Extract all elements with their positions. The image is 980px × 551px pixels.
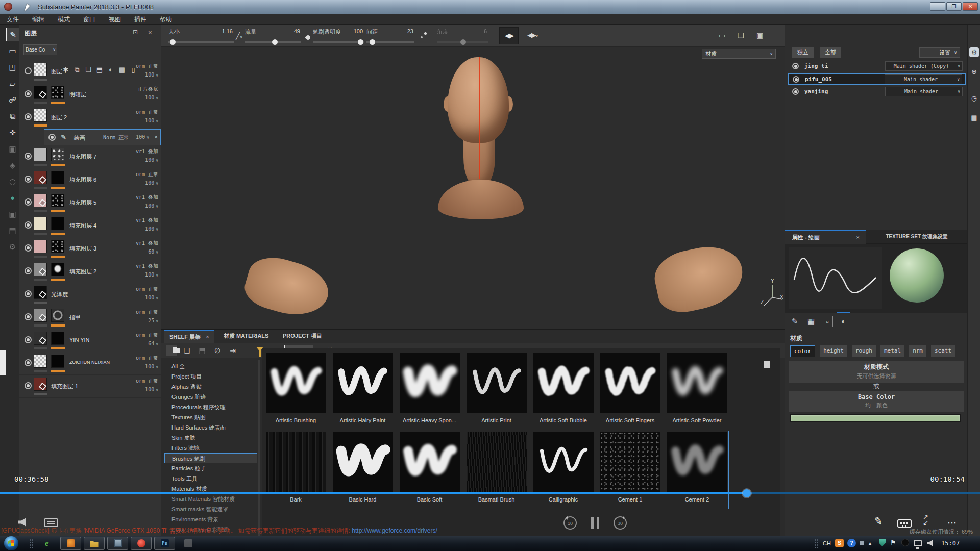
texture-set-row[interactable]: jing_ti Main shader (Copy)∨ xyxy=(788,61,966,72)
layer-row[interactable]: 填充图层 3 vr1 叠加 60∨ xyxy=(19,237,161,260)
taskbar-app-button[interactable]: Ps xyxy=(154,537,175,550)
layer-visibility-radio[interactable] xyxy=(24,67,32,74)
brush-thumbnail[interactable] xyxy=(600,353,660,413)
layer-visibility-radio[interactable] xyxy=(24,313,32,320)
shelf-category-item[interactable]: Brushes 笔刷 xyxy=(164,453,257,463)
tool-icon[interactable]: ◳ xyxy=(6,61,19,74)
layer-row[interactable]: 填充图层 2 vr1 叠加 100∨ xyxy=(19,260,161,283)
brush-thumbnail[interactable] xyxy=(333,432,393,492)
dock-icon[interactable]: ⊡ xyxy=(133,29,138,36)
layer-row[interactable]: YIN YIN orm 正常 64∨ xyxy=(19,329,161,352)
layer-thumbnail[interactable] xyxy=(34,355,47,368)
layer-blend-mode[interactable]: orm 正常 xyxy=(136,63,158,70)
3d-viewport[interactable]: 大小 1.16 流量 49 笔刷透明度 100 间距 23 角度 6 ╱∨ xyxy=(161,25,785,329)
layer-visibility-radio[interactable] xyxy=(24,221,32,229)
close-button[interactable]: ✕ xyxy=(963,2,978,11)
layer-blend-mode[interactable]: vr1 叠加 xyxy=(136,194,158,201)
param-value[interactable]: 100 xyxy=(354,28,363,34)
settings-dropdown[interactable]: 设置∨ xyxy=(919,47,960,58)
layer-blend-mode[interactable]: vr1 叠加 xyxy=(136,263,158,270)
layer-mask-thumbnail[interactable] xyxy=(51,355,64,368)
texture-set-radio[interactable] xyxy=(792,63,799,69)
layer-blend-mode[interactable]: orm 正常 xyxy=(136,109,158,116)
tool-icon[interactable]: ☍ xyxy=(6,93,19,107)
channel-button[interactable]: height xyxy=(820,345,847,357)
brush-param-slider[interactable]: 流量 49 xyxy=(245,27,301,46)
shader-dropdown[interactable]: Main shader (Copy)∨ xyxy=(885,61,963,71)
slider-knob[interactable] xyxy=(370,39,375,45)
brush-param-slider[interactable]: 间距 23 xyxy=(366,27,414,46)
layer-visibility-radio[interactable] xyxy=(48,134,56,141)
layer-mask-thumbnail[interactable] xyxy=(51,86,64,99)
layer-visibility-radio[interactable] xyxy=(24,267,32,274)
layer-mask-thumbnail[interactable] xyxy=(51,194,64,207)
tool-icon[interactable]: ▱ xyxy=(6,77,19,90)
base-color-block[interactable]: Base Color 均一颜色 xyxy=(789,391,964,412)
layer-mask-thumbnail[interactable] xyxy=(51,240,64,253)
base-color-swatch[interactable] xyxy=(790,414,961,422)
layer-visibility-radio[interactable] xyxy=(24,198,32,206)
layer-visibility-radio[interactable] xyxy=(24,153,32,160)
tool-icon[interactable]: ✜ xyxy=(6,126,19,139)
slider-track[interactable] xyxy=(313,41,364,43)
brush-thumbnail[interactable] xyxy=(467,353,527,413)
shader-dropdown[interactable]: Main shader∨ xyxy=(885,74,962,84)
layer-opacity[interactable]: 100∨ xyxy=(145,226,158,232)
layer-thumbnail[interactable] xyxy=(34,309,47,322)
layer-opacity[interactable]: 60∨ xyxy=(148,249,158,255)
param-value[interactable]: 49 xyxy=(294,28,300,34)
layer-thumbnail[interactable] xyxy=(34,109,47,122)
tool-icon[interactable]: ● xyxy=(6,191,19,205)
layer-mask-thumbnail[interactable] xyxy=(51,217,64,230)
sogou-input-icon[interactable]: S xyxy=(835,539,844,547)
texture-set-row[interactable]: yanjing Main shader∨ xyxy=(788,86,966,97)
layer-visibility-radio[interactable] xyxy=(24,290,32,297)
menu-item[interactable]: 视图 xyxy=(102,15,128,24)
layer-thumbnail[interactable] xyxy=(34,194,47,207)
layer-thumbnail[interactable] xyxy=(34,263,47,276)
display-settings-icon[interactable]: ⚙ xyxy=(969,47,979,57)
layer-opacity[interactable]: 100∨ xyxy=(145,203,158,209)
close-icon[interactable]: × xyxy=(148,29,152,36)
taskbar-app-button[interactable] xyxy=(131,537,152,550)
qq-tray-icon[interactable]: ? xyxy=(847,539,856,547)
brush-thumbnail[interactable] xyxy=(667,432,727,492)
layer-mask-thumbnail[interactable] xyxy=(51,309,64,322)
history-icon[interactable]: ◷ xyxy=(969,93,979,103)
texture-set-row[interactable]: pifu_005 Main shader∨ xyxy=(788,73,966,85)
taskbar-app-button[interactable] xyxy=(84,537,105,550)
tab-shelf[interactable]: SHELF 展架× xyxy=(164,330,214,343)
brush-subtab-icon[interactable]: ✎ xyxy=(789,316,800,327)
slider-track[interactable] xyxy=(366,41,414,43)
brush-item[interactable]: Artistic Hairy Paint xyxy=(329,353,396,423)
brush-thumbnail[interactable] xyxy=(533,353,594,413)
new-resource-icon[interactable]: ❏ xyxy=(182,345,192,356)
brush-item[interactable]: Artistic Soft Powder xyxy=(664,353,730,423)
log-list-icon[interactable]: ▤ xyxy=(969,113,979,122)
brush-item[interactable]: Artistic Print xyxy=(463,353,530,423)
brush-thumbnail[interactable] xyxy=(333,353,393,413)
layer-row[interactable]: 图层 2 orm 正常 100∨ xyxy=(19,106,161,129)
danmaku-toggle-icon[interactable] xyxy=(44,518,58,527)
layer-row[interactable]: ZUICHUN NEIXIAN orm 正常 100∨ xyxy=(19,352,161,375)
taskbar-clock[interactable]: 15:07 xyxy=(941,539,960,548)
viewport-material-dropdown[interactable]: 材质∨ xyxy=(702,49,776,59)
document-icon[interactable]: ▤ xyxy=(197,345,207,356)
param-value[interactable]: 1.16 xyxy=(222,28,233,34)
slider-track[interactable] xyxy=(245,41,301,43)
tab-texture-set-settings[interactable]: TEXTURE SET 纹理集设置 xyxy=(866,230,968,244)
maximize-button[interactable]: ❐ xyxy=(946,2,962,11)
material-cube-icon[interactable]: ❑ xyxy=(738,31,744,39)
layer-row[interactable]: 填充图层 6 orm 正常 100∨ xyxy=(19,168,161,191)
brush-item[interactable]: Artistic Heavy Spon... xyxy=(396,353,463,423)
slider-knob[interactable] xyxy=(272,39,278,45)
shelf-category-item[interactable]: Textures 贴图 xyxy=(164,412,257,422)
brush-param-slider[interactable]: 笔刷透明度 100 xyxy=(313,27,364,46)
hide-icon[interactable]: ∅ xyxy=(212,345,223,356)
camera-icon[interactable]: ▣ xyxy=(756,31,763,39)
layer-visibility-radio[interactable] xyxy=(24,113,32,120)
shader-globe-icon[interactable]: ⊕ xyxy=(969,67,979,77)
taskbar-app-button[interactable] xyxy=(178,537,199,550)
frame-view-icon[interactable]: ▭ xyxy=(719,31,725,39)
start-button[interactable] xyxy=(4,536,18,550)
